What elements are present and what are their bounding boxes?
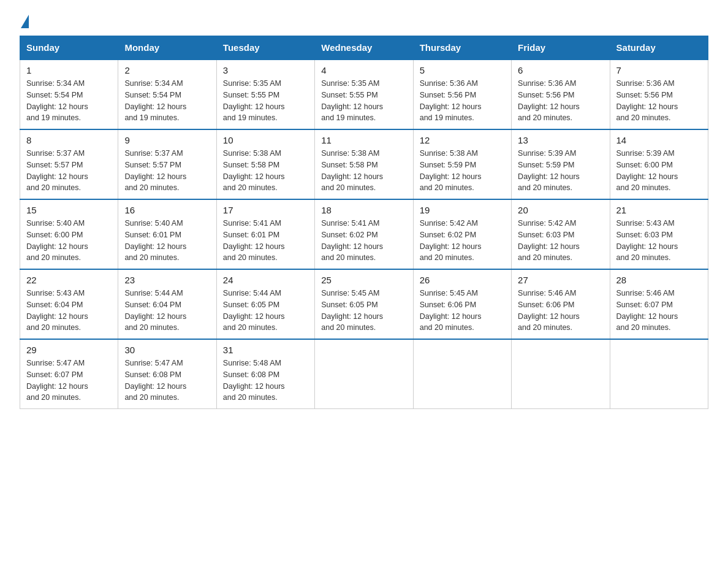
day-number: 8 — [26, 135, 112, 145]
day-info: Sunrise: 5:39 AM Sunset: 6:00 PM Dayligh… — [616, 148, 702, 194]
day-number: 10 — [223, 135, 308, 145]
day-number: 1 — [26, 65, 112, 75]
day-info: Sunrise: 5:37 AM Sunset: 5:57 PM Dayligh… — [26, 148, 112, 194]
calendar-cell — [413, 339, 511, 409]
day-number: 22 — [26, 275, 112, 285]
calendar-header-row: SundayMondayTuesdayWednesdayThursdayFrid… — [20, 36, 708, 60]
calendar-cell: 16 Sunrise: 5:40 AM Sunset: 6:01 PM Dayl… — [118, 199, 216, 269]
calendar-cell: 12 Sunrise: 5:38 AM Sunset: 5:59 PM Dayl… — [413, 129, 511, 199]
day-info: Sunrise: 5:40 AM Sunset: 6:00 PM Dayligh… — [26, 218, 112, 264]
calendar-cell: 3 Sunrise: 5:35 AM Sunset: 5:55 PM Dayli… — [216, 59, 314, 129]
calendar-cell: 8 Sunrise: 5:37 AM Sunset: 5:57 PM Dayli… — [20, 129, 118, 199]
calendar-cell: 23 Sunrise: 5:44 AM Sunset: 6:04 PM Dayl… — [118, 269, 216, 339]
day-info: Sunrise: 5:44 AM Sunset: 6:05 PM Dayligh… — [223, 288, 308, 334]
day-info: Sunrise: 5:47 AM Sunset: 6:08 PM Dayligh… — [124, 358, 210, 404]
day-number: 9 — [124, 135, 210, 145]
weekday-header-tuesday: Tuesday — [216, 36, 314, 60]
weekday-header-thursday: Thursday — [413, 36, 511, 60]
header — [20, 15, 708, 25]
day-number: 14 — [616, 135, 702, 145]
weekday-header-wednesday: Wednesday — [315, 36, 413, 60]
calendar-cell: 9 Sunrise: 5:37 AM Sunset: 5:57 PM Dayli… — [118, 129, 216, 199]
day-info: Sunrise: 5:37 AM Sunset: 5:57 PM Dayligh… — [124, 148, 210, 194]
day-info: Sunrise: 5:38 AM Sunset: 5:59 PM Dayligh… — [420, 148, 505, 194]
day-info: Sunrise: 5:44 AM Sunset: 6:04 PM Dayligh… — [124, 288, 210, 334]
day-number: 7 — [616, 65, 702, 75]
day-number: 29 — [26, 345, 112, 355]
day-number: 20 — [518, 205, 603, 215]
calendar-table: SundayMondayTuesdayWednesdayThursdayFrid… — [20, 36, 708, 409]
day-number: 6 — [518, 65, 603, 75]
calendar-cell: 6 Sunrise: 5:36 AM Sunset: 5:56 PM Dayli… — [512, 59, 610, 129]
calendar-cell: 7 Sunrise: 5:36 AM Sunset: 5:56 PM Dayli… — [610, 59, 708, 129]
calendar-cell: 24 Sunrise: 5:44 AM Sunset: 6:05 PM Dayl… — [216, 269, 314, 339]
calendar-cell: 4 Sunrise: 5:35 AM Sunset: 5:55 PM Dayli… — [315, 59, 413, 129]
calendar-week-row: 22 Sunrise: 5:43 AM Sunset: 6:04 PM Dayl… — [20, 269, 708, 339]
logo-triangle-icon — [21, 15, 29, 28]
calendar-cell: 22 Sunrise: 5:43 AM Sunset: 6:04 PM Dayl… — [20, 269, 118, 339]
calendar-cell: 13 Sunrise: 5:39 AM Sunset: 5:59 PM Dayl… — [512, 129, 610, 199]
day-info: Sunrise: 5:46 AM Sunset: 6:07 PM Dayligh… — [616, 288, 702, 334]
calendar-cell: 30 Sunrise: 5:47 AM Sunset: 6:08 PM Dayl… — [118, 339, 216, 409]
day-number: 31 — [223, 345, 308, 355]
logo — [20, 15, 29, 25]
calendar-cell: 5 Sunrise: 5:36 AM Sunset: 5:56 PM Dayli… — [413, 59, 511, 129]
day-number: 15 — [26, 205, 112, 215]
calendar-week-row: 29 Sunrise: 5:47 AM Sunset: 6:07 PM Dayl… — [20, 339, 708, 409]
day-number: 24 — [223, 275, 308, 285]
calendar-cell: 11 Sunrise: 5:38 AM Sunset: 5:58 PM Dayl… — [315, 129, 413, 199]
day-number: 19 — [420, 205, 505, 215]
calendar-cell: 29 Sunrise: 5:47 AM Sunset: 6:07 PM Dayl… — [20, 339, 118, 409]
calendar-cell: 31 Sunrise: 5:48 AM Sunset: 6:08 PM Dayl… — [216, 339, 314, 409]
weekday-header-saturday: Saturday — [610, 36, 708, 60]
calendar-week-row: 1 Sunrise: 5:34 AM Sunset: 5:54 PM Dayli… — [20, 59, 708, 129]
day-info: Sunrise: 5:43 AM Sunset: 6:03 PM Dayligh… — [616, 218, 702, 264]
calendar-cell: 14 Sunrise: 5:39 AM Sunset: 6:00 PM Dayl… — [610, 129, 708, 199]
day-number: 2 — [124, 65, 210, 75]
calendar-week-row: 8 Sunrise: 5:37 AM Sunset: 5:57 PM Dayli… — [20, 129, 708, 199]
calendar-cell — [512, 339, 610, 409]
day-info: Sunrise: 5:34 AM Sunset: 5:54 PM Dayligh… — [124, 78, 210, 124]
day-info: Sunrise: 5:43 AM Sunset: 6:04 PM Dayligh… — [26, 288, 112, 334]
day-number: 23 — [124, 275, 210, 285]
weekday-header-monday: Monday — [118, 36, 216, 60]
calendar-cell: 18 Sunrise: 5:41 AM Sunset: 6:02 PM Dayl… — [315, 199, 413, 269]
day-info: Sunrise: 5:48 AM Sunset: 6:08 PM Dayligh… — [223, 358, 308, 404]
day-info: Sunrise: 5:36 AM Sunset: 5:56 PM Dayligh… — [616, 78, 702, 124]
weekday-header-friday: Friday — [512, 36, 610, 60]
calendar-cell: 26 Sunrise: 5:45 AM Sunset: 6:06 PM Dayl… — [413, 269, 511, 339]
day-info: Sunrise: 5:36 AM Sunset: 5:56 PM Dayligh… — [518, 78, 603, 124]
day-info: Sunrise: 5:47 AM Sunset: 6:07 PM Dayligh… — [26, 358, 112, 404]
calendar-cell: 28 Sunrise: 5:46 AM Sunset: 6:07 PM Dayl… — [610, 269, 708, 339]
day-info: Sunrise: 5:42 AM Sunset: 6:02 PM Dayligh… — [420, 218, 505, 264]
day-info: Sunrise: 5:40 AM Sunset: 6:01 PM Dayligh… — [124, 218, 210, 264]
day-info: Sunrise: 5:35 AM Sunset: 5:55 PM Dayligh… — [321, 78, 406, 124]
calendar-cell: 10 Sunrise: 5:38 AM Sunset: 5:58 PM Dayl… — [216, 129, 314, 199]
day-number: 13 — [518, 135, 603, 145]
day-number: 4 — [321, 65, 406, 75]
day-number: 26 — [420, 275, 505, 285]
calendar-cell: 19 Sunrise: 5:42 AM Sunset: 6:02 PM Dayl… — [413, 199, 511, 269]
day-info: Sunrise: 5:42 AM Sunset: 6:03 PM Dayligh… — [518, 218, 603, 264]
day-info: Sunrise: 5:41 AM Sunset: 6:01 PM Dayligh… — [223, 218, 308, 264]
day-number: 27 — [518, 275, 603, 285]
calendar-cell: 17 Sunrise: 5:41 AM Sunset: 6:01 PM Dayl… — [216, 199, 314, 269]
calendar-week-row: 15 Sunrise: 5:40 AM Sunset: 6:00 PM Dayl… — [20, 199, 708, 269]
day-info: Sunrise: 5:36 AM Sunset: 5:56 PM Dayligh… — [420, 78, 505, 124]
day-info: Sunrise: 5:46 AM Sunset: 6:06 PM Dayligh… — [518, 288, 603, 334]
day-number: 25 — [321, 275, 406, 285]
calendar-cell: 1 Sunrise: 5:34 AM Sunset: 5:54 PM Dayli… — [20, 59, 118, 129]
day-number: 3 — [223, 65, 308, 75]
day-info: Sunrise: 5:45 AM Sunset: 6:05 PM Dayligh… — [321, 288, 406, 334]
calendar-cell: 2 Sunrise: 5:34 AM Sunset: 5:54 PM Dayli… — [118, 59, 216, 129]
calendar-cell: 25 Sunrise: 5:45 AM Sunset: 6:05 PM Dayl… — [315, 269, 413, 339]
day-number: 17 — [223, 205, 308, 215]
calendar-cell: 15 Sunrise: 5:40 AM Sunset: 6:00 PM Dayl… — [20, 199, 118, 269]
calendar-cell — [610, 339, 708, 409]
day-info: Sunrise: 5:39 AM Sunset: 5:59 PM Dayligh… — [518, 148, 603, 194]
day-number: 16 — [124, 205, 210, 215]
day-info: Sunrise: 5:41 AM Sunset: 6:02 PM Dayligh… — [321, 218, 406, 264]
day-number: 12 — [420, 135, 505, 145]
day-info: Sunrise: 5:45 AM Sunset: 6:06 PM Dayligh… — [420, 288, 505, 334]
calendar-cell: 21 Sunrise: 5:43 AM Sunset: 6:03 PM Dayl… — [610, 199, 708, 269]
